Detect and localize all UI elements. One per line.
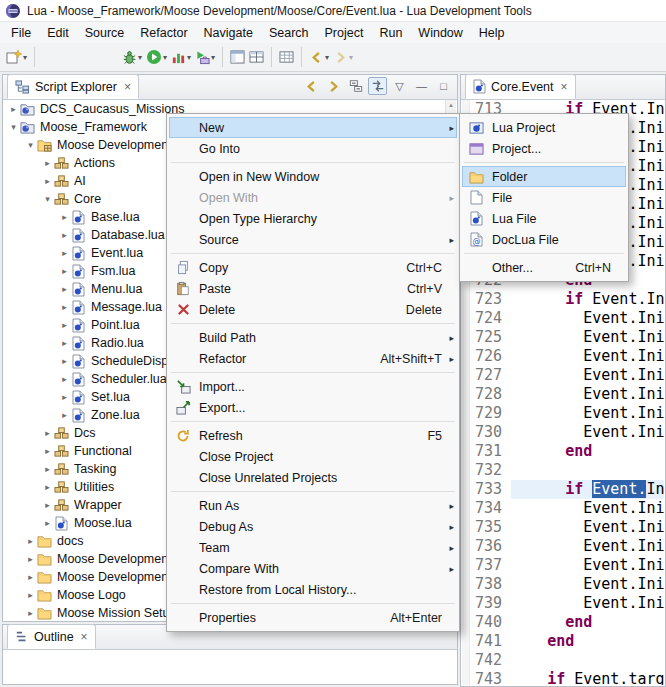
code-text[interactable]: if Event.target then bbox=[511, 670, 664, 685]
forward-button[interactable]: ▾ bbox=[331, 45, 355, 69]
tab-script-explorer[interactable]: Script Explorer × bbox=[7, 74, 139, 99]
line-number[interactable]: 723 bbox=[471, 290, 511, 309]
code-text[interactable]: Event.IniGroupName = Event.IniDCSGroupNa… bbox=[511, 594, 664, 613]
menu-file[interactable]: File bbox=[3, 23, 39, 43]
dropdown-arrow-icon[interactable]: ▾ bbox=[211, 53, 215, 62]
line-number[interactable]: 737 bbox=[471, 556, 511, 575]
menu-edit[interactable]: Edit bbox=[39, 23, 77, 43]
expand-arrow-icon[interactable]: ▸ bbox=[59, 338, 70, 348]
expand-arrow-icon[interactable]: ▸ bbox=[42, 482, 53, 492]
code-text[interactable]: Event.IniDCSGroup = Event.IniDCSUnit:get… bbox=[511, 556, 664, 575]
menu-item-other[interactable]: Other...Ctrl+N bbox=[462, 257, 626, 278]
line-number[interactable]: 736 bbox=[471, 537, 511, 556]
code-text[interactable] bbox=[511, 461, 664, 480]
line-number[interactable]: 738 bbox=[471, 575, 511, 594]
back-button[interactable] bbox=[302, 77, 321, 95]
code-text[interactable]: Event.IniUnitName = Event.IniDCSUnitName bbox=[511, 518, 664, 537]
menu-item-open-with[interactable]: Open With▸ bbox=[169, 187, 457, 208]
menu-item-restore-from-local-history[interactable]: Restore from Local History... bbox=[169, 579, 457, 600]
menu-source[interactable]: Source bbox=[77, 23, 133, 43]
expand-arrow-icon[interactable]: ▸ bbox=[59, 320, 70, 330]
line-number[interactable]: 735 bbox=[471, 518, 511, 537]
expand-arrow-icon[interactable]: ▸ bbox=[59, 266, 70, 276]
line-number[interactable]: 725 bbox=[471, 328, 511, 347]
expand-arrow-icon[interactable]: ▸ bbox=[25, 536, 36, 546]
expand-arrow-icon[interactable]: ▸ bbox=[25, 572, 36, 582]
menu-item-compare-with[interactable]: Compare With▸ bbox=[169, 558, 457, 579]
line-number[interactable]: 730 bbox=[471, 423, 511, 442]
tab-outline[interactable]: Outline × bbox=[7, 624, 96, 649]
close-icon[interactable]: × bbox=[561, 80, 568, 94]
menu-item-delete[interactable]: DeleteDelete bbox=[169, 299, 457, 320]
debug-button[interactable]: ▾ bbox=[120, 45, 144, 69]
expand-arrow-icon[interactable]: ▸ bbox=[59, 410, 70, 420]
menu-item-export[interactable]: Export... bbox=[169, 397, 457, 418]
code-text[interactable]: Event.IniDCSGroup = Event.IniDCSUnit:get… bbox=[511, 366, 664, 385]
dropdown-arrow-icon[interactable]: ▾ bbox=[349, 53, 353, 62]
expand-arrow-icon[interactable]: ▸ bbox=[25, 590, 36, 600]
menu-item-file[interactable]: File bbox=[462, 187, 626, 208]
menu-item-properties[interactable]: PropertiesAlt+Enter bbox=[169, 607, 457, 628]
run-button[interactable]: ▾ bbox=[144, 45, 169, 69]
menu-item-go-into[interactable]: Go Into bbox=[169, 138, 457, 159]
expand-arrow-icon[interactable]: ▸ bbox=[42, 428, 53, 438]
menu-item-refactor[interactable]: RefactorAlt+Shift+T▸ bbox=[169, 348, 457, 369]
code-text[interactable]: Event.IniUnit = UNIT:FindByName( Event.I… bbox=[511, 347, 664, 366]
close-icon[interactable]: × bbox=[124, 80, 131, 94]
line-number[interactable]: 734 bbox=[471, 499, 511, 518]
code-text[interactable]: Event.IniGroupName = Event.IniDCSGroupNa… bbox=[511, 404, 664, 423]
line-number[interactable]: 741 bbox=[471, 632, 511, 651]
line-number[interactable]: 733 bbox=[471, 480, 511, 499]
menu-search[interactable]: Search bbox=[261, 23, 317, 43]
menu-item-close-unrelated-projects[interactable]: Close Unrelated Projects bbox=[169, 467, 457, 488]
code-text[interactable]: Event.IniDCSUnitName = Event.IniDCSUnit:… bbox=[511, 309, 664, 328]
menu-item-refresh[interactable]: RefreshF5 bbox=[169, 425, 457, 446]
menu-item-copy[interactable]: CopyCtrl+C bbox=[169, 257, 457, 278]
expand-arrow-icon[interactable]: ▸ bbox=[42, 518, 53, 528]
menu-window[interactable]: Window bbox=[410, 23, 470, 43]
collapse-arrow-icon[interactable]: ▾ bbox=[25, 140, 36, 150]
expand-arrow-icon[interactable]: ▸ bbox=[42, 464, 53, 474]
expand-arrow-icon[interactable]: ▸ bbox=[8, 104, 19, 114]
menu-project[interactable]: Project bbox=[317, 23, 372, 43]
dropdown-arrow-icon[interactable]: ▾ bbox=[187, 53, 191, 62]
menu-item-doclua-file[interactable]: @DocLua File bbox=[462, 229, 626, 250]
expand-arrow-icon[interactable]: ▸ bbox=[59, 356, 70, 366]
line-number[interactable]: 728 bbox=[471, 385, 511, 404]
expand-arrow-icon[interactable]: ▸ bbox=[42, 500, 53, 510]
menu-item-import[interactable]: Import... bbox=[169, 376, 457, 397]
expand-arrow-icon[interactable]: ▸ bbox=[59, 302, 70, 312]
code-text[interactable]: Event.IniUnit = UNIT:FindByName( Event.I… bbox=[511, 537, 664, 556]
collapse-arrow-icon[interactable]: ▾ bbox=[42, 194, 53, 204]
menu-item-project[interactable]: Project... bbox=[462, 138, 626, 159]
expand-arrow-icon[interactable]: ▸ bbox=[42, 176, 53, 186]
expand-arrow-icon[interactable]: ▸ bbox=[59, 284, 70, 294]
expand-arrow-icon[interactable]: ▸ bbox=[59, 230, 70, 240]
view-menu-button[interactable]: ▽ bbox=[390, 77, 409, 95]
menu-item-run-as[interactable]: Run As▸ bbox=[169, 495, 457, 516]
menu-item-open-type-hierarchy[interactable]: Open Type Hierarchy bbox=[169, 208, 457, 229]
line-number[interactable]: 740 bbox=[471, 613, 511, 632]
line-number[interactable]: 732 bbox=[471, 461, 511, 480]
menu-item-build-path[interactable]: Build Path▸ bbox=[169, 327, 457, 348]
expand-arrow-icon[interactable]: ▸ bbox=[25, 554, 36, 564]
collapse-all-button[interactable] bbox=[346, 77, 365, 95]
new-wizard-button[interactable]: ▾ bbox=[4, 45, 29, 69]
line-number[interactable]: 727 bbox=[471, 366, 511, 385]
menu-item-source[interactable]: Source▸ bbox=[169, 229, 457, 250]
show-view-button[interactable] bbox=[247, 45, 266, 69]
dropdown-arrow-icon[interactable]: ▾ bbox=[138, 53, 142, 62]
menu-refactor[interactable]: Refactor bbox=[132, 23, 195, 43]
menu-item-close-project[interactable]: Close Project bbox=[169, 446, 457, 467]
expand-arrow-icon[interactable]: ▸ bbox=[59, 374, 70, 384]
external-tools-button[interactable]: ▾ bbox=[193, 45, 217, 69]
expand-arrow-icon[interactable]: ▸ bbox=[42, 158, 53, 168]
maximize-button[interactable]: □ bbox=[434, 77, 453, 95]
dropdown-arrow-icon[interactable]: ▾ bbox=[163, 53, 167, 62]
link-with-editor-button[interactable] bbox=[368, 77, 387, 95]
code-text[interactable]: Event.IniDCSGroupName = Event.IniDCSGrou… bbox=[511, 575, 664, 594]
menu-navigate[interactable]: Navigate bbox=[196, 23, 261, 43]
expand-arrow-icon[interactable]: ▸ bbox=[59, 248, 70, 258]
expand-arrow-icon[interactable]: ▸ bbox=[59, 212, 70, 222]
code-text[interactable]: Event.IniDCSUnitName = Event.IniDCSUnit:… bbox=[511, 499, 664, 518]
